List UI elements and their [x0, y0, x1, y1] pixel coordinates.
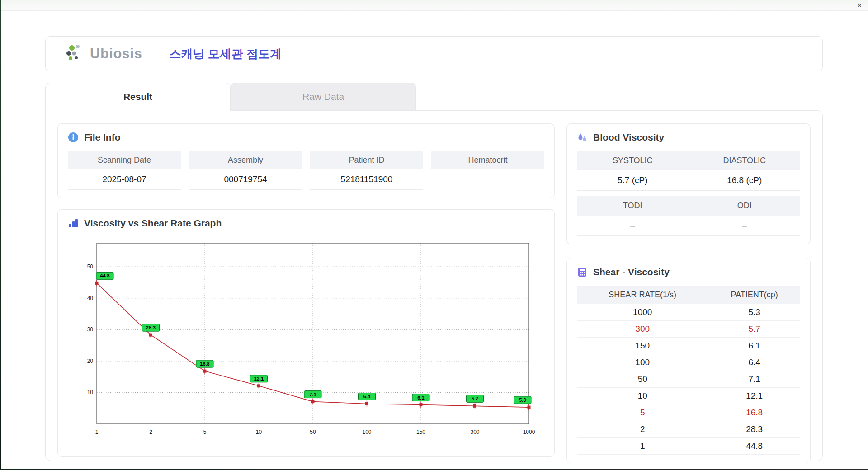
shear-viscosity-card: Shear - Viscosity SHEAR RATE(1/s)PATIENT… — [566, 258, 811, 463]
bv-value-row: 5.7 (cP)16.8 (cP) — [577, 170, 800, 191]
field-label: Patient ID — [310, 151, 423, 169]
svg-text:5.3: 5.3 — [519, 397, 526, 403]
patient-cp-cell: 6.1 — [708, 338, 800, 354]
window-titlebar: × — [0, 0, 868, 11]
field-assembly: Assembly000719754 — [189, 151, 302, 190]
table-row: 3005.7 — [577, 321, 800, 338]
patient-cp-cell: 6.4 — [708, 354, 800, 371]
svg-text:2: 2 — [149, 429, 152, 435]
bv-header-row: TODIODI — [577, 196, 800, 216]
svg-text:40: 40 — [87, 295, 94, 301]
svg-text:1: 1 — [95, 429, 99, 435]
blood-viscosity-title-text: Blood Viscosity — [593, 132, 664, 143]
patient-cp-cell: 12.1 — [708, 388, 800, 404]
patient-cp-cell: 28.3 — [708, 421, 800, 438]
page: Ubiosis 스캐닝 모세관 점도계 ResultRaw Data File … — [0, 36, 868, 461]
svg-text:150: 150 — [416, 429, 425, 435]
svg-text:1000: 1000 — [523, 429, 535, 435]
left-column: File Info Scanning Date2025-08-07Assembl… — [57, 123, 555, 448]
field-value — [431, 169, 544, 188]
table-row: 1506.1 — [577, 338, 800, 354]
viscosity-shear-chart: 10203040501251050100150300100044.828.316… — [68, 237, 544, 448]
blood-viscosity-grid: SYSTOLICDIASTOLIC5.7 (cP)16.8 (cP)TODIOD… — [577, 151, 800, 236]
table-row: 1006.4 — [577, 354, 800, 371]
blood-viscosity-card: Blood Viscosity SYSTOLICDIASTOLIC5.7 (cP… — [566, 123, 811, 244]
field-value: 52181151900 — [310, 169, 423, 190]
app-header: Ubiosis 스캐닝 모세관 점도계 — [45, 36, 823, 71]
graph-title: Viscosity vs Shear Rate Graph — [68, 218, 544, 229]
ubiosis-logo: Ubiosis — [66, 43, 142, 64]
svg-text:5: 5 — [203, 429, 207, 435]
table-row: 516.8 — [577, 404, 800, 421]
shear-viscosity-table: SHEAR RATE(1/s)PATIENT(cp) 10005.33005.7… — [577, 286, 800, 455]
table-row: 1012.1 — [577, 388, 800, 404]
svg-text:10: 10 — [87, 389, 94, 395]
field-label: Scanning Date — [68, 151, 181, 169]
field-label: Hematocrit — [431, 151, 544, 169]
shear-rate-cell: 300 — [577, 321, 708, 338]
table-row: 144.8 — [577, 438, 800, 455]
file-info-title-text: File Info — [84, 132, 121, 143]
tab-result[interactable]: Result — [45, 83, 231, 111]
field-label: Assembly — [189, 151, 302, 169]
bv-header-cell: ODI — [689, 196, 801, 216]
bv-value-cell: 16.8 (cP) — [689, 170, 801, 191]
logo-leaf-icon — [66, 43, 86, 64]
tab-bar: ResultRaw Data — [45, 83, 823, 110]
table-row: 228.3 — [577, 421, 800, 438]
bv-header-cell: TODI — [577, 196, 689, 216]
svg-text:10: 10 — [256, 429, 262, 435]
svg-text:50: 50 — [310, 429, 316, 435]
bv-value-cell: – — [689, 216, 801, 236]
shear-viscosity-title-text: Shear - Viscosity — [593, 267, 670, 277]
svg-text:100: 100 — [362, 429, 371, 435]
shear-column-header: SHEAR RATE(1/s) — [577, 286, 708, 304]
svg-text:5.7: 5.7 — [472, 396, 478, 401]
bar-chart-icon — [68, 218, 79, 229]
patient-cp-cell: 5.3 — [708, 304, 800, 321]
svg-text:6.4: 6.4 — [363, 394, 371, 399]
patient-cp-cell: 44.8 — [708, 438, 800, 455]
window-close-button[interactable]: × — [857, 1, 862, 9]
shear-rate-cell: 10 — [577, 388, 708, 404]
bv-header-row: SYSTOLICDIASTOLIC — [577, 151, 800, 170]
field-scanning-date: Scanning Date2025-08-07 — [68, 151, 181, 190]
window-left-edge — [0, 0, 1, 470]
svg-text:50: 50 — [87, 263, 94, 270]
table-row: 10005.3 — [577, 304, 800, 321]
svg-text:20: 20 — [87, 358, 94, 364]
bv-value-row: –– — [577, 216, 800, 236]
svg-text:6.1: 6.1 — [417, 395, 424, 400]
svg-text:300: 300 — [470, 429, 479, 435]
info-icon — [68, 132, 79, 143]
patient-cp-cell: 7.1 — [708, 371, 800, 388]
table-row: 507.1 — [577, 371, 800, 388]
svg-text:30: 30 — [87, 326, 94, 333]
shear-rate-cell: 100 — [577, 354, 708, 371]
svg-text:7.1: 7.1 — [309, 392, 316, 397]
field-value: 2025-08-07 — [68, 169, 181, 190]
logo-text: Ubiosis — [90, 46, 142, 62]
svg-text:16.8: 16.8 — [200, 361, 209, 367]
shear-rate-cell: 50 — [577, 371, 708, 388]
shear-viscosity-title: Shear - Viscosity — [577, 267, 800, 277]
tab-raw-data[interactable]: Raw Data — [231, 83, 416, 110]
shear-column-header: PATIENT(cp) — [708, 286, 800, 304]
bv-header-cell: DIASTOLIC — [689, 151, 801, 170]
field-hematocrit: Hematocrit — [431, 151, 544, 190]
svg-text:12.1: 12.1 — [254, 376, 264, 381]
field-value: 000719754 — [189, 169, 302, 190]
field-patient-id: Patient ID52181151900 — [310, 151, 423, 190]
patient-cp-cell: 5.7 — [708, 321, 800, 338]
shear-rate-cell: 5 — [577, 404, 708, 421]
file-info-card: File Info Scanning Date2025-08-07Assembl… — [57, 123, 555, 198]
content-card: File Info Scanning Date2025-08-07Assembl… — [45, 110, 823, 461]
page-title: 스캐닝 모세관 점도계 — [169, 46, 281, 62]
svg-text:28.3: 28.3 — [146, 325, 156, 330]
graph-card: Viscosity vs Shear Rate Graph 1020304050… — [57, 209, 555, 457]
shear-rate-cell: 2 — [577, 421, 708, 438]
blood-viscosity-title: Blood Viscosity — [577, 132, 800, 143]
file-info-fields: Scanning Date2025-08-07Assembly000719754… — [68, 151, 544, 190]
shear-rate-cell: 1 — [577, 438, 708, 455]
bv-value-cell: 5.7 (cP) — [577, 170, 689, 191]
